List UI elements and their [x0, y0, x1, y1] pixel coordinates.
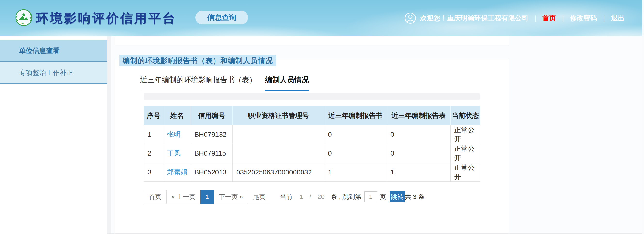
- table-cell: 0: [387, 144, 450, 163]
- separator: ｜: [532, 14, 539, 22]
- table-row: 1张明BH07913200正常公开: [144, 125, 480, 144]
- page-next-button[interactable]: 下一页 »: [214, 190, 248, 204]
- svg-text:MEE: MEE: [21, 22, 26, 24]
- table-body: 1张明BH07913200正常公开2王凤BH07911500正常公开3郑素娟BH…: [144, 125, 480, 182]
- user-area: 欢迎您！重庆明瀚环保工程有限公司 ｜ 首页 ｜ 修改密码 ｜ 退出: [404, 0, 624, 36]
- slash: /: [310, 193, 311, 201]
- page-number-button[interactable]: 1: [200, 190, 214, 204]
- table-cell: 1: [144, 125, 163, 144]
- table-row: 2王凤BH07911500正常公开: [144, 144, 480, 163]
- table-cell: [233, 125, 324, 144]
- column-header: 职业资格证书管理号: [233, 106, 324, 125]
- user-avatar-icon: [404, 12, 416, 24]
- table-cell: 2: [144, 144, 163, 163]
- separator: ｜: [600, 14, 608, 22]
- table-cell: 郑素娟: [163, 163, 191, 182]
- tab-personnel[interactable]: 编制人员情况: [265, 75, 309, 91]
- home-link[interactable]: 首页: [542, 13, 556, 23]
- current-label: 当前: [280, 193, 292, 201]
- jump-button[interactable]: 跳转: [390, 191, 405, 202]
- table-cell: 3: [144, 163, 163, 182]
- page-size-value: 20: [318, 193, 324, 201]
- total-count: 共 3 条: [405, 193, 425, 201]
- person-name-link[interactable]: 张明: [167, 131, 180, 138]
- section-title: 编制的环境影响报告书（表）和编制人员情况: [120, 55, 276, 66]
- column-header: 信用编号: [191, 106, 233, 125]
- table-cell: 0: [387, 125, 450, 144]
- separator: ｜: [560, 14, 566, 22]
- pagination: 首页 « 上一页 1 下一页 » 尾页 当前 1 / 20 条 , 跳到第 页 …: [144, 190, 425, 204]
- mee-logo-icon: MEE: [15, 9, 32, 26]
- table-cell: 正常公开: [450, 163, 480, 182]
- table-cell: 王凤: [163, 144, 191, 163]
- table-cell: 03520250637000000032: [233, 163, 324, 182]
- scrollbar[interactable]: [642, 0, 644, 234]
- sidebar: 单位信息查看 专项整治工作补正: [0, 36, 107, 234]
- table-cell: BH079115: [191, 144, 233, 163]
- table-cell: [233, 144, 324, 163]
- table-cell: 正常公开: [450, 144, 480, 163]
- page-last-button[interactable]: 尾页: [248, 190, 270, 204]
- welcome-text: 欢迎您！重庆明瀚环保工程有限公司: [420, 13, 529, 23]
- page-prev-button[interactable]: « 上一页: [166, 190, 201, 204]
- table-cell: 0: [324, 125, 387, 144]
- table-cell: BH079132: [191, 125, 233, 144]
- sidebar-item-special-rectification[interactable]: 专项整治工作补正: [0, 62, 107, 84]
- jump-label: 条 , 跳到第: [331, 193, 362, 201]
- change-password-link[interactable]: 修改密码: [570, 13, 597, 23]
- table-row: 3郑素娟BH0520130352025063700000003211正常公开: [144, 163, 480, 182]
- bottom-divider: [107, 233, 642, 234]
- tab-bar: 近三年编制的环境影响报告书（表） 编制人员情况: [140, 75, 480, 90]
- screen: MEE 环境影响评价信用平台 信息查询 欢迎您！重庆明瀚环保工程有限公司 ｜ 首…: [0, 0, 644, 234]
- header-row: 序号姓名信用编号职业资格证书管理号近三年编制报告书近三年编制报告表当前状态: [144, 106, 480, 125]
- table-wrap: 序号姓名信用编号职业资格证书管理号近三年编制报告书近三年编制报告表当前状态 1张…: [144, 106, 480, 182]
- column-header: 姓名: [163, 106, 191, 125]
- table-cell: 1: [387, 163, 450, 182]
- toolbar-bar: [144, 93, 480, 100]
- jump-page-input[interactable]: [364, 191, 378, 202]
- table-cell: 0: [324, 144, 387, 163]
- sidebar-item-unit-info[interactable]: 单位信息查看: [0, 40, 107, 62]
- site-title: 环境影响评价信用平台: [36, 0, 176, 36]
- person-name-link[interactable]: 郑素娟: [167, 168, 187, 176]
- logout-link[interactable]: 退出: [611, 13, 624, 23]
- previous-card-bottom: [115, 36, 509, 45]
- table-cell: 正常公开: [450, 125, 480, 144]
- table-head: 序号姓名信用编号职业资格证书管理号近三年编制报告书近三年编制报告表当前状态: [144, 106, 480, 125]
- page-first-button[interactable]: 首页: [144, 190, 166, 204]
- column-header: 序号: [144, 106, 163, 125]
- main-card: 编制的环境影响报告书（表）和编制人员情况 近三年编制的环境影响报告书（表） 编制…: [115, 60, 509, 234]
- column-header: 近三年编制报告表: [387, 106, 450, 125]
- tab-recent-reports[interactable]: 近三年编制的环境影响报告书（表）: [140, 75, 256, 90]
- personnel-table: 序号姓名信用编号职业资格证书管理号近三年编制报告书近三年编制报告表当前状态 1张…: [144, 106, 480, 182]
- pagination-info: 当前 1 / 20 条 , 跳到第 页 跳转 共 3 条: [280, 191, 424, 202]
- person-name-link[interactable]: 王凤: [167, 149, 180, 157]
- current-page-value: 1: [300, 193, 303, 201]
- content-gap: [107, 36, 111, 234]
- table-cell: 张明: [163, 125, 191, 144]
- info-query-button[interactable]: 信息查询: [195, 11, 248, 24]
- page-unit: 页: [380, 193, 386, 201]
- column-header: 当前状态: [450, 106, 480, 125]
- header: MEE 环境影响评价信用平台 信息查询 欢迎您！重庆明瀚环保工程有限公司 ｜ 首…: [0, 0, 644, 36]
- column-header: 近三年编制报告书: [324, 106, 387, 125]
- table-cell: 1: [324, 163, 387, 182]
- table-cell: BH052013: [191, 163, 233, 182]
